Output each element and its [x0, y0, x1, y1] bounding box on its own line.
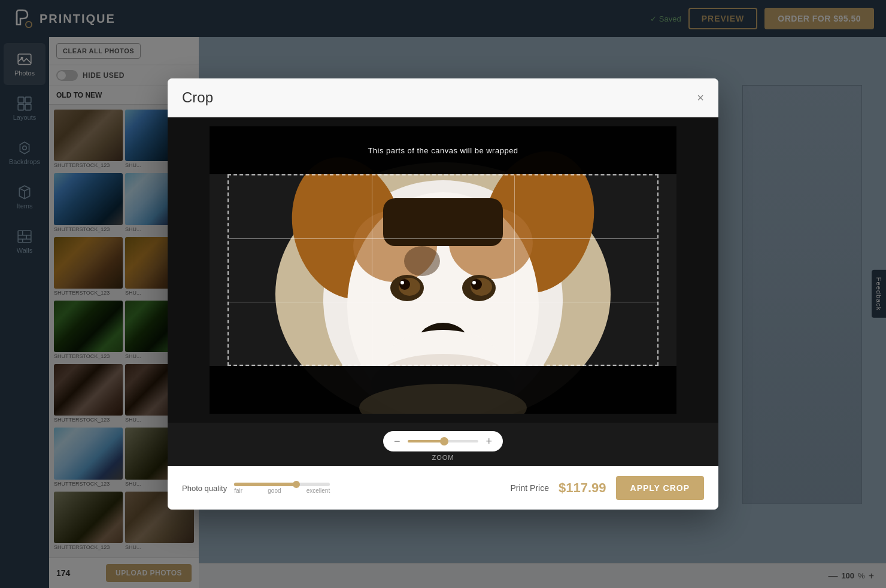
quality-fair-label: fair	[234, 487, 242, 494]
crop-grid-line	[514, 175, 515, 365]
zoom-label: ZOOM	[432, 454, 454, 461]
crop-grid-line	[229, 302, 657, 302]
crop-grid-line	[229, 238, 657, 239]
wrapped-overlay-bottom	[210, 366, 676, 414]
apply-crop-button[interactable]: APPLY CROP	[616, 476, 704, 500]
quality-good-label: good	[268, 487, 281, 494]
crop-grid-line	[372, 175, 372, 365]
zoom-minus-button[interactable]: −	[394, 436, 400, 447]
quality-fill	[234, 483, 296, 486]
crop-area[interactable]: This parts of the canvas will be wrapped	[168, 117, 718, 423]
crop-grid[interactable]	[227, 174, 659, 366]
crop-image: This parts of the canvas will be wrapped	[210, 126, 676, 414]
quality-labels: fair good excellent	[234, 487, 330, 494]
wrapped-overlay-top: This parts of the canvas will be wrapped	[210, 126, 676, 174]
zoom-plus-button[interactable]: +	[486, 436, 492, 447]
zoom-thumb	[440, 437, 448, 445]
modal-title: Crop	[182, 89, 213, 106]
close-button[interactable]: ×	[697, 92, 704, 104]
photo-quality-section: Photo quality fair good excellent	[182, 483, 330, 494]
zoom-track[interactable]	[408, 440, 479, 442]
crop-image-container: This parts of the canvas will be wrapped	[210, 126, 676, 414]
modal-zoom-row: − + ZOOM	[168, 423, 718, 466]
zoom-slider-container: − +	[383, 431, 503, 451]
crop-modal: Crop ×	[168, 78, 718, 510]
quality-excellent-label: excellent	[307, 487, 330, 494]
wrapped-text: This parts of the canvas will be wrapped	[368, 146, 518, 155]
modal-body: This parts of the canvas will be wrapped	[168, 117, 718, 466]
modal-header: Crop ×	[168, 78, 718, 117]
photo-quality-label: Photo quality	[182, 484, 227, 493]
print-price-label: Print Price	[510, 483, 549, 493]
quality-track[interactable]	[234, 483, 330, 486]
print-price-value: $117.99	[559, 480, 606, 496]
zoom-fill	[408, 440, 445, 442]
modal-footer: Photo quality fair good excellent Print …	[168, 466, 718, 510]
modal-overlay: Crop ×	[0, 0, 886, 588]
quality-thumb	[293, 481, 300, 488]
price-section: Print Price $117.99 APPLY CROP	[510, 476, 704, 500]
quality-slider-area: fair good excellent	[234, 483, 330, 494]
